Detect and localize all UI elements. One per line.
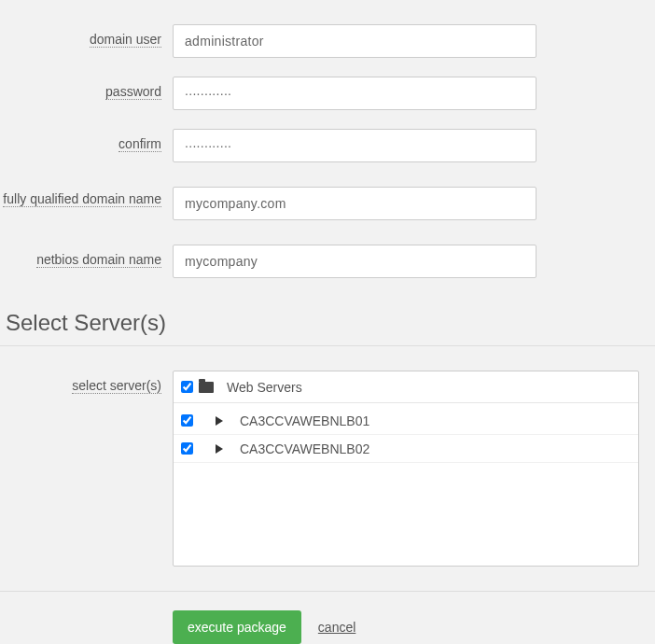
server-row[interactable]: CA3CCVAWEBNLB01 bbox=[174, 407, 638, 435]
select-servers-label: select server(s) bbox=[72, 378, 161, 394]
password-label: password bbox=[105, 84, 161, 100]
server-name: CA3CCVAWEBNLB01 bbox=[240, 413, 369, 428]
execute-package-button[interactable]: execute package bbox=[173, 610, 301, 644]
divider bbox=[0, 345, 655, 346]
netbios-label: netbios domain name bbox=[36, 252, 161, 268]
group-checkbox[interactable] bbox=[181, 381, 193, 393]
server-row[interactable]: CA3CCVAWEBNLB02 bbox=[174, 435, 638, 463]
server-name: CA3CCVAWEBNLB02 bbox=[240, 441, 369, 456]
confirm-input[interactable] bbox=[173, 129, 537, 162]
expand-icon[interactable] bbox=[216, 416, 223, 426]
domain-user-label: domain user bbox=[90, 32, 161, 48]
server-checkbox[interactable] bbox=[181, 414, 193, 427]
domain-user-input[interactable] bbox=[173, 24, 537, 58]
confirm-label: confirm bbox=[118, 136, 161, 152]
fqdn-input[interactable] bbox=[173, 187, 537, 220]
server-checkbox[interactable] bbox=[181, 442, 193, 455]
expand-icon[interactable] bbox=[216, 444, 223, 454]
server-group-row[interactable]: Web Servers bbox=[174, 375, 638, 403]
section-heading: Select Server(s) bbox=[6, 310, 655, 336]
server-tree: Web Servers CA3CCVAWEBNLB01 CA3CCVAWEBNL… bbox=[173, 371, 639, 567]
password-input[interactable] bbox=[173, 77, 537, 110]
cancel-link[interactable]: cancel bbox=[318, 620, 355, 635]
folder-icon bbox=[199, 382, 214, 393]
netbios-input[interactable] bbox=[173, 245, 537, 278]
group-label: Web Servers bbox=[227, 380, 302, 395]
fqdn-label: fully qualified domain name bbox=[3, 191, 161, 207]
divider bbox=[0, 591, 655, 592]
